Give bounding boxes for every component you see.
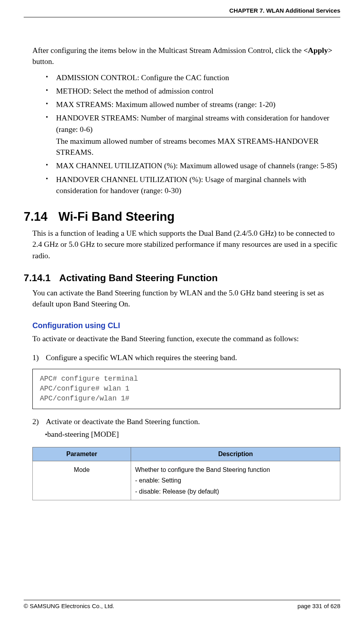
step-number: 1) bbox=[32, 352, 46, 363]
step-number: 2) bbox=[32, 416, 46, 427]
intro-post: button. bbox=[32, 57, 54, 66]
list-item: HANDOVER STREAMS: Number of marginal str… bbox=[47, 113, 340, 158]
subsection-number: 7.14.1 bbox=[24, 272, 59, 284]
footer-right: page 331 of 628 bbox=[298, 603, 340, 609]
page-footer: © SAMSUNG Electronics Co., Ltd. page 331… bbox=[24, 600, 340, 609]
table-header: Description bbox=[131, 447, 340, 461]
list-item: METHOD: Select the method of admission c… bbox=[47, 86, 340, 97]
step-2: 2)Activate or deactivate the Band Steeri… bbox=[32, 416, 340, 427]
step-2-bullet: band-steering [MODE] bbox=[45, 429, 340, 440]
list-item-note: The maximum allowed number of streams be… bbox=[56, 136, 340, 158]
list-item: MAX STREAMS: Maximum allowed number of s… bbox=[47, 99, 340, 110]
cli-heading: Configuration using CLI bbox=[32, 321, 340, 330]
subsection-title: Activating Band Steering Function bbox=[59, 272, 218, 283]
step-text: Configure a specific WLAN which requires… bbox=[46, 353, 237, 362]
section-paragraph: This is a function of leading a UE which… bbox=[32, 228, 340, 261]
section-number: 7.14 bbox=[24, 210, 58, 224]
step-text: Activate or deactivate the Band Steering… bbox=[46, 417, 200, 426]
intro-pre: After configuring the items below in the… bbox=[32, 46, 304, 54]
table-cell: Mode bbox=[33, 461, 131, 500]
intro-bold: <Apply> bbox=[304, 46, 332, 54]
bullet-list: ADMISSION CONTROL: Configure the CAC fun… bbox=[47, 72, 340, 197]
table-row: Mode Whether to configure the Band Steer… bbox=[33, 461, 340, 500]
section-title: Wi-Fi Band Steering bbox=[58, 210, 174, 224]
list-item: MAX CHANNEL UTILIZATION (%): Maximum all… bbox=[47, 160, 340, 171]
code-block: APC# configure terminal APC/configure# w… bbox=[32, 369, 340, 409]
step-1: 1)Configure a specific WLAN which requir… bbox=[32, 352, 340, 363]
table-header-row: Parameter Description bbox=[33, 447, 340, 461]
table-cell: Whether to configure the Band Steering f… bbox=[131, 461, 340, 500]
list-item: ADMISSION CONTROL: Configure the CAC fun… bbox=[47, 72, 340, 83]
footer-left: © SAMSUNG Electronics Co., Ltd. bbox=[24, 603, 114, 609]
parameter-table: Parameter Description Mode Whether to co… bbox=[32, 447, 340, 500]
intro-paragraph: After configuring the items below in the… bbox=[32, 45, 340, 68]
subsection-paragraph: You can activate the Band Steering funct… bbox=[32, 287, 340, 310]
list-item: HANDOVER CHANNEL UTILIZATION (%): Usage … bbox=[47, 174, 340, 197]
section-heading: 7.14Wi-Fi Band Steering bbox=[24, 210, 340, 224]
table-header: Parameter bbox=[33, 447, 131, 461]
subsection-heading: 7.14.1Activating Band Steering Function bbox=[24, 272, 340, 284]
list-item-text: HANDOVER STREAMS: Number of marginal str… bbox=[56, 114, 329, 133]
page-header: CHAPTER 7. WLAN Additional Services bbox=[24, 0, 340, 17]
cli-paragraph: To activate or deactivate the Band Steer… bbox=[32, 333, 340, 344]
